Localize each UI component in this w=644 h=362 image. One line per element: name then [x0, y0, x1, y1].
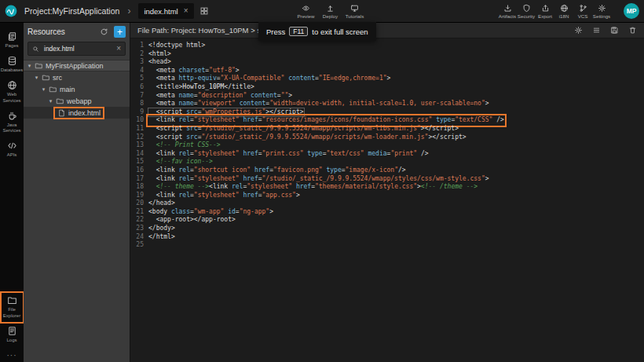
code-token: "stylesheet"	[194, 150, 240, 157]
code-line[interactable]: 15 <!--fav icon-->	[130, 158, 644, 166]
resource-search-box: ×	[27, 42, 126, 56]
tooltip-prefix: Press	[266, 27, 285, 36]
branch-icon	[579, 4, 587, 13]
code-line[interactable]: 3<head>	[130, 58, 644, 67]
tab-close-icon[interactable]: ×	[184, 7, 188, 15]
tree-item-main[interactable]: ▾main	[24, 83, 130, 95]
add-resource-button[interactable]: +	[114, 26, 126, 38]
code-line[interactable]: 12 <script src="/studio/_static_/9.9.9.5…	[130, 133, 644, 142]
code-line[interactable]: 9 <script src="wmProperties.js"></script…	[130, 108, 644, 117]
i18n-button[interactable]: i18N	[554, 0, 573, 22]
line-number: 9	[133, 108, 144, 117]
code-line[interactable]: 22 <app-root></app-root>	[130, 216, 644, 225]
code-line-content: <meta charset="utf-8">	[148, 67, 240, 75]
trash-icon[interactable]	[628, 26, 637, 35]
code-line[interactable]: 14 <link rel="stylesheet" href="print.cs…	[130, 150, 644, 159]
list-icon[interactable]	[592, 26, 601, 35]
code-token: href	[296, 183, 311, 190]
wavemaker-logo[interactable]	[4, 4, 18, 18]
code-token: <html>	[148, 50, 171, 57]
code-token: <meta	[156, 92, 179, 99]
code-token: <body	[148, 208, 171, 215]
settings-button[interactable]: Settings	[592, 0, 611, 22]
code-line[interactable]: 2<html>	[130, 50, 644, 59]
code-line[interactable]: 13 <!-- Print CSS-->	[130, 141, 644, 150]
code-line-content: <!-- theme --><link rel="stylesheet" hre…	[148, 183, 478, 192]
caret-down-icon[interactable]: ▾	[48, 98, 53, 104]
code-token: <meta	[156, 100, 179, 107]
code-line[interactable]: 24</html>	[130, 233, 644, 242]
code-line[interactable]: 6 <title>HowTos_10PM</title>	[130, 83, 644, 92]
search-input[interactable]	[42, 44, 113, 53]
refresh-icon[interactable]	[100, 27, 108, 36]
code-token: charset	[179, 67, 206, 74]
sidebar-item-web-services[interactable]: Web Services	[1, 77, 24, 107]
code-editor[interactable]: 1<!doctype html>2<html>3<head>4 <meta ch…	[130, 38, 644, 362]
pages-icon	[7, 31, 17, 42]
code-line[interactable]: 20</head>	[130, 199, 644, 208]
export-icon	[541, 4, 550, 13]
code-token: </body>	[148, 225, 175, 232]
code-line[interactable]: 17 <link rel="stylesheet" href="/studio/…	[130, 175, 644, 184]
sidebar-item-databases[interactable]: Databases	[1, 53, 24, 77]
clear-search-icon[interactable]: ×	[116, 45, 121, 53]
tree-item-index.html[interactable]: index.html	[24, 107, 130, 119]
caret-down-icon[interactable]: ▾	[27, 63, 32, 69]
line-number: 18	[133, 183, 144, 192]
vcs-button[interactable]: VCS	[573, 0, 592, 22]
code-line[interactable]: 4 <meta charset="utf-8">	[130, 67, 644, 75]
sidebar-item-logs[interactable]: Logs	[1, 323, 24, 347]
sidebar-item-label: Logs	[6, 338, 16, 343]
code-line[interactable]: 19 <link rel="stylesheet" href="app.css"…	[130, 192, 644, 200]
export-button[interactable]: Export	[536, 0, 554, 22]
sidebar-item-pages[interactable]: Pages	[1, 28, 24, 53]
code-line-content: <link rel="stylesheet" href="print.css" …	[148, 150, 429, 159]
code-line[interactable]: 10 <link rel="stylesheet" href="resource…	[130, 116, 644, 125]
code-line[interactable]: 16 <link rel="shortcut icon" href="favic…	[130, 166, 644, 175]
code-token: <link	[156, 192, 179, 199]
code-token: </title>	[224, 83, 254, 90]
code-line[interactable]: 8 <meta name="viewport" content="width=d…	[130, 100, 644, 108]
code-token: name	[179, 100, 194, 107]
sidebar-item-java-services[interactable]: Java Services	[1, 108, 24, 137]
sidebar-item-label: Web Services	[1, 92, 24, 103]
code-line[interactable]: 25	[130, 241, 644, 250]
code-token: content	[251, 92, 277, 99]
code-line-content: <head>	[148, 58, 171, 67]
settings-label: Settings	[593, 13, 610, 19]
api-icon	[7, 141, 17, 151]
code-line[interactable]: 7 <meta name="description" content="">	[130, 92, 644, 101]
tree-item-src[interactable]: ▾src	[24, 71, 130, 83]
sidebar-item-apis[interactable]: APIs	[1, 137, 24, 162]
code-token: <link	[209, 183, 232, 190]
code-line[interactable]: 5 <meta http-equiv="X-UA-Compatible" con…	[130, 75, 644, 83]
code-line[interactable]: 1<!doctype html>	[130, 42, 644, 50]
code-line[interactable]: 21<body class="wm-app" id="ng-app">	[130, 208, 644, 217]
code-token	[148, 175, 156, 182]
code-line[interactable]: 11 <script src="/studio/_static_/9.9.9.5…	[130, 125, 644, 133]
deploy-button[interactable]: Deploy	[318, 0, 342, 22]
caret-down-icon[interactable]: ▾	[34, 75, 39, 81]
caret-down-icon[interactable]: ▾	[41, 86, 46, 93]
folder-icon	[56, 97, 64, 105]
code-token: <title>	[156, 83, 183, 90]
tutorials-button[interactable]: Tutorials	[342, 0, 367, 22]
tree-item-MyFirstApplication[interactable]: ▾MyFirstApplication	[24, 60, 130, 71]
code-token: "IE=edge,chrome=1"	[319, 75, 387, 82]
project-name[interactable]: Project:MyFirstApplication	[24, 6, 119, 16]
tab-index-html[interactable]: index.html ×	[138, 3, 193, 19]
avatar[interactable]: MP	[624, 3, 639, 19]
artifacts-button[interactable]: Artifacts	[498, 0, 517, 22]
code-line[interactable]: 23</body>	[130, 225, 644, 233]
tree-item-webapp[interactable]: ▾webapp	[24, 95, 130, 107]
folder-icon	[35, 62, 43, 70]
line-number: 19	[133, 192, 144, 200]
security-button[interactable]: Security	[517, 0, 536, 22]
more-icon[interactable]: ···	[7, 347, 17, 362]
code-line[interactable]: 18 <!-- theme --><link rel="stylesheet" …	[130, 183, 644, 192]
layout-grid-icon[interactable]	[199, 6, 209, 16]
gear-icon[interactable]	[574, 26, 583, 35]
preview-button[interactable]: Preview	[294, 0, 318, 22]
sidebar-item-file-explorer[interactable]: File Explorer	[1, 292, 24, 322]
save-icon[interactable]	[610, 26, 619, 35]
